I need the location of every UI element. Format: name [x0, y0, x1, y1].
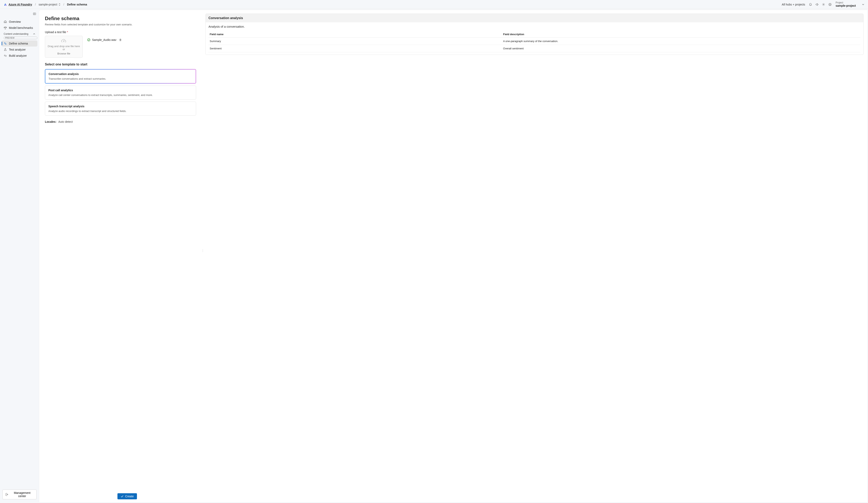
topbar-right: All hubs + projects Project sample — [782, 1, 864, 8]
sidebar-item-label: Model benchmarks — [9, 26, 33, 30]
megaphone-icon[interactable] — [815, 3, 819, 6]
topbar: Azure AI Foundry / sample-project / Defi… — [0, 0, 868, 9]
template-desc: Transcribe conversations and extract sum… — [49, 77, 193, 80]
svg-point-7 — [6, 44, 6, 44]
info-card-header: Conversation analysis — [206, 14, 863, 22]
field-name-cell: Sentiment — [208, 45, 502, 52]
hubs-projects-link[interactable]: All hubs + projects — [782, 3, 805, 6]
template-desc: Analyze call center conversations to ext… — [48, 93, 193, 96]
svg-point-12 — [203, 249, 203, 250]
sidebar-item-define-schema[interactable]: Define schema — [2, 40, 38, 47]
sidebar-item-label: Overview — [9, 20, 21, 23]
main-panel: Define schema Review fields from selecte… — [39, 10, 867, 502]
info-card: Conversation analysis Analysis of a conv… — [205, 14, 864, 55]
fields-table: Field name Field description Summary A o… — [208, 31, 860, 52]
page-subtitle: Review fields from selected template and… — [45, 23, 196, 26]
sidebar-item-label: Test analyzer — [9, 48, 25, 51]
link-icon — [4, 54, 7, 57]
required-asterisk: * — [67, 30, 68, 34]
table-row: Sentiment Overall sentiment — [208, 45, 860, 52]
management-center-label: Management center — [10, 491, 34, 498]
sidebar: Overview Model benchmarks Content unders… — [0, 9, 39, 503]
topbar-icons — [809, 3, 832, 6]
field-desc-cell: Overall sentiment — [502, 45, 860, 52]
table-row: Summary A one-paragraph summary of the c… — [208, 38, 860, 45]
sidebar-item-overview[interactable]: Overview — [2, 19, 38, 25]
sidebar-group-content-understanding[interactable]: Content understanding — [2, 31, 38, 36]
svg-point-0 — [823, 4, 824, 5]
sidebar-item-test-analyzer[interactable]: Test analyzer — [2, 47, 38, 53]
template-card-conversation-analysis[interactable]: Conversation analysis Transcribe convers… — [45, 69, 196, 83]
svg-point-14 — [203, 252, 203, 252]
content-left: Define schema Review fields from selecte… — [39, 10, 202, 491]
brand-text: Azure AI Foundry — [9, 3, 32, 6]
uploaded-file: Sample_Audio.wav — [87, 38, 122, 41]
check-circle-icon — [87, 38, 90, 41]
template-card-speech-transcript-analysis[interactable]: Speech transcript analysis Analyze audio… — [45, 102, 196, 116]
chevron-down-icon — [862, 3, 864, 6]
management-center-button[interactable]: Management center — [2, 490, 37, 499]
brand-logo-icon — [4, 3, 7, 6]
resize-handle[interactable] — [202, 10, 204, 491]
template-title: Conversation analysis — [49, 72, 193, 75]
smile-icon[interactable] — [828, 3, 832, 6]
uploaded-filename: Sample_Audio.wav — [92, 38, 116, 41]
breadcrumb-current: Define schema — [67, 3, 87, 6]
breadcrumb-project-label: sample-project — [39, 3, 57, 6]
project-picker[interactable]: Project sample-project — [836, 1, 864, 8]
info-card-subtitle: Analysis of a conversation. — [208, 25, 860, 28]
brand-link[interactable]: Azure AI Foundry — [4, 3, 32, 6]
home-icon — [4, 20, 7, 23]
svg-point-9 — [87, 39, 90, 41]
create-button[interactable]: Create — [117, 493, 137, 499]
upload-label-text: Upload a test file — [45, 30, 66, 34]
chevron-updown-icon — [59, 3, 61, 6]
svg-point-1 — [829, 3, 831, 6]
field-desc-cell: A one-paragraph summary of the conversat… — [502, 38, 860, 45]
field-name-cell: Summary — [208, 38, 502, 45]
table-header-name: Field name — [208, 31, 502, 38]
project-picker-label: Project — [836, 1, 856, 4]
locales-label: Locales: — [45, 120, 56, 123]
project-picker-name: sample-project — [836, 4, 856, 8]
upload-dropzone[interactable]: Drag and drop one file here or Browse fi… — [45, 36, 83, 58]
table-header-desc: Field description — [502, 31, 860, 38]
breadcrumb-sep: / — [35, 3, 36, 6]
breadcrumb: Azure AI Foundry / sample-project / Defi… — [4, 3, 87, 6]
exit-icon — [5, 493, 8, 496]
bell-icon[interactable] — [809, 3, 812, 6]
locales-row: Locales: Auto detect — [45, 120, 196, 123]
template-title: Speech transcript analysis — [48, 105, 193, 108]
gears-icon — [4, 42, 7, 45]
flask-icon — [4, 48, 7, 51]
upload-label: Upload a test file * — [45, 30, 196, 34]
page-title: Define schema — [45, 16, 196, 21]
locales-value: Auto detect — [58, 120, 73, 123]
sidebar-group-title: Content understanding — [4, 32, 28, 35]
svg-point-6 — [4, 43, 5, 43]
content-right: Conversation analysis Analysis of a conv… — [204, 10, 867, 491]
sidebar-item-model-benchmarks[interactable]: Model benchmarks — [2, 25, 38, 31]
dropzone-browse: Browse file — [57, 52, 70, 55]
sidebar-item-label: Define schema — [9, 42, 28, 45]
footer-bar: Create — [39, 491, 867, 502]
breadcrumb-project[interactable]: sample-project — [39, 3, 61, 6]
sidebar-collapse-button[interactable] — [32, 11, 38, 17]
template-desc: Analyze audio recordings to extract tran… — [48, 110, 193, 113]
sidebar-item-label: Build analyzer — [9, 54, 27, 57]
breadcrumb-sep: / — [63, 3, 64, 6]
create-button-label: Create — [125, 495, 134, 498]
preview-badge: PREVIEW — [4, 37, 38, 39]
project-picker-texts: Project sample-project — [836, 1, 856, 8]
dropzone-text: Drag and drop one file here or — [47, 45, 81, 51]
scale-icon — [4, 26, 7, 30]
trash-icon[interactable] — [119, 38, 122, 41]
svg-point-13 — [203, 250, 203, 251]
gear-icon[interactable] — [822, 3, 825, 6]
template-card-post-call-analytics[interactable]: Post call analytics Analyze call center … — [45, 85, 196, 100]
cloud-upload-icon — [61, 39, 66, 43]
templates-section-title: Select one template to start — [45, 63, 196, 66]
sidebar-item-build-analyzer[interactable]: Build analyzer — [2, 53, 38, 59]
template-title: Post call analytics — [48, 89, 193, 92]
chevron-up-icon — [33, 33, 35, 35]
